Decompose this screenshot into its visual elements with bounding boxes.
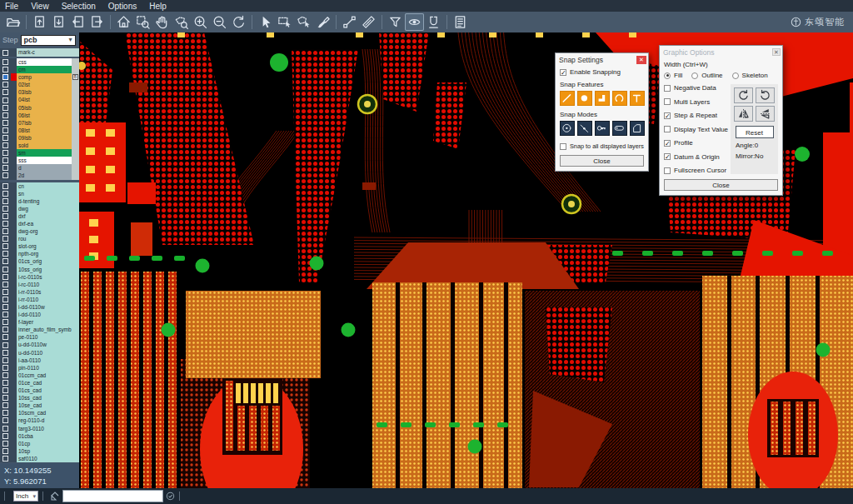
- close-icon[interactable]: ✕: [636, 56, 646, 64]
- layer-row-01cp[interactable]: 01cp: [0, 440, 79, 447]
- layer-scrollbar[interactable]: [72, 164, 79, 172]
- layer-visibility-cell[interactable]: [0, 220, 11, 227]
- page-import-button[interactable]: [30, 13, 49, 31]
- zoom-area-button[interactable]: [172, 13, 191, 31]
- layer-row-10ss_cad[interactable]: 10ss_cad: [0, 394, 79, 402]
- checkbox-negative-data[interactable]: Negative Data: [664, 84, 731, 92]
- layer-visibility-cell[interactable]: [0, 303, 11, 311]
- layer-row-07lsb[interactable]: 07lsb: [0, 119, 79, 127]
- layer-row-09lsb[interactable]: 09lsb: [0, 134, 79, 142]
- layer-row-sm[interactable]: sm: [0, 149, 79, 157]
- menu-selection[interactable]: Selection: [62, 2, 96, 11]
- ruler-button[interactable]: [359, 13, 378, 31]
- filter-button[interactable]: [386, 13, 405, 31]
- layer-row-pin-0110[interactable]: pin-0110: [0, 364, 79, 372]
- layer-row-01cs_cad[interactable]: 01cs_cad: [0, 387, 79, 394]
- layer-scrollbar[interactable]: [72, 172, 79, 179]
- layer-visibility-cell[interactable]: [0, 157, 11, 164]
- step-dropdown[interactable]: pcb ▾: [21, 35, 76, 46]
- layer-row-05lsb[interactable]: 05lsb: [0, 104, 79, 112]
- layer-visibility-cell[interactable]: [0, 341, 11, 348]
- layer-visibility-cell[interactable]: [0, 142, 11, 149]
- layer-visibility-cell[interactable]: [0, 164, 11, 172]
- layer-visibility-cell[interactable]: [0, 455, 11, 462]
- layer-scrollbar[interactable]: [72, 96, 79, 103]
- layer-row-comp[interactable]: compB: [0, 73, 79, 81]
- layer-visibility-cell[interactable]: [0, 333, 11, 341]
- menu-help[interactable]: Help: [149, 2, 167, 11]
- layer-visibility-cell[interactable]: [0, 281, 11, 288]
- layer-visibility-cell[interactable]: [0, 357, 11, 364]
- layer-visibility-cell[interactable]: [0, 48, 11, 57]
- layer-visibility-cell[interactable]: [0, 96, 11, 103]
- layer-row-08lst[interactable]: 08lst: [0, 127, 79, 134]
- layer-visibility-cell[interactable]: [0, 112, 11, 119]
- open-folder-button[interactable]: [3, 13, 22, 31]
- layer-visibility-cell[interactable]: [0, 394, 11, 402]
- snap-line-button[interactable]: [560, 91, 575, 106]
- profile-corner-icon[interactable]: [50, 492, 60, 502]
- mode-key-button[interactable]: [595, 121, 610, 136]
- checkbox-datum-origin[interactable]: ✓Datum & Origin: [664, 153, 731, 161]
- mirror-v-button[interactable]: [756, 106, 775, 122]
- layer-row-01ce_cad[interactable]: 01ce_cad: [0, 379, 79, 387]
- layer-scrollbar[interactable]: [72, 142, 79, 149]
- layer-row-02lst[interactable]: 02lst: [0, 81, 79, 88]
- layer-row-rou[interactable]: rou: [0, 235, 79, 242]
- radio-skeleton[interactable]: Skeleton: [732, 72, 768, 79]
- page-forward-button[interactable]: [87, 13, 107, 31]
- layer-row-i-rc-0110[interactable]: i-rc-0110: [0, 281, 79, 288]
- layer-visibility-cell[interactable]: [0, 379, 11, 387]
- layer-row-npth-org[interactable]: npth-org: [0, 250, 79, 257]
- layer-visibility-cell[interactable]: [0, 250, 11, 257]
- mode-edge-point-button[interactable]: [577, 121, 592, 136]
- layer-scrollbar[interactable]: B: [72, 73, 79, 81]
- layer-row-d[interactable]: d: [0, 164, 79, 172]
- layer-visibility-cell[interactable]: [0, 296, 11, 303]
- layer-row-01cba[interactable]: 01cba: [0, 432, 79, 440]
- layer-row-10sp[interactable]: 10sp: [0, 447, 79, 455]
- layer-row-03lsb[interactable]: 03lsb: [0, 88, 79, 96]
- page-back-button[interactable]: [68, 13, 87, 31]
- layer-visibility-cell[interactable]: [0, 88, 11, 96]
- graphic-close-button[interactable]: Close: [664, 179, 778, 191]
- layer-scrollbar[interactable]: [72, 157, 79, 164]
- measure-line-button[interactable]: [340, 13, 359, 31]
- layer-row-04lst[interactable]: 04lst: [0, 96, 79, 103]
- layer-scrollbar[interactable]: [72, 88, 79, 96]
- layer-visibility-cell[interactable]: [0, 318, 11, 326]
- layer-row-i-dd-0110[interactable]: i-dd-0110: [0, 311, 79, 318]
- layer-visibility-cell[interactable]: [0, 447, 11, 455]
- select-arrow-button[interactable]: [256, 13, 275, 31]
- pan-hand-button[interactable]: [152, 13, 172, 31]
- layer-visibility-cell[interactable]: [0, 409, 11, 417]
- layer-scrollbar[interactable]: [72, 127, 79, 134]
- snap-arc-button[interactable]: [612, 91, 627, 106]
- layer-row-06lst[interactable]: 06lst: [0, 112, 79, 119]
- rotate-ccw-button[interactable]: [756, 87, 775, 103]
- layer-row-u-dd-0110w[interactable]: u-dd-0110w: [0, 341, 79, 348]
- layer-scrollbar[interactable]: [72, 134, 79, 142]
- snap-pad-button[interactable]: [577, 91, 592, 106]
- layer-row-i-rr-0110[interactable]: i-rr-0110: [0, 296, 79, 303]
- layer-row-f-layer[interactable]: f-layer: [0, 318, 79, 326]
- layer-visibility-cell[interactable]: [0, 372, 11, 379]
- layer-visibility-cell[interactable]: [0, 134, 11, 142]
- layer-row-cn[interactable]: cn: [0, 182, 79, 190]
- layer-visibility-cell[interactable]: [0, 190, 11, 197]
- layer-row-targ3-0110[interactable]: targ3-0110: [0, 425, 79, 432]
- layer-row-i-aa-0110[interactable]: i-aa-0110: [0, 357, 79, 364]
- snap-all-layers-checkbox[interactable]: Snap to all displayed layers: [560, 142, 644, 150]
- layer-visibility-cell[interactable]: [0, 273, 11, 281]
- layer-row-dxf[interactable]: dxf: [0, 212, 79, 220]
- brush-button[interactable]: [313, 13, 332, 31]
- snap-corner-button[interactable]: [595, 91, 610, 106]
- layer-visibility-cell[interactable]: [0, 326, 11, 333]
- layer-visibility-cell[interactable]: [0, 212, 11, 220]
- layer-visibility-cell[interactable]: [0, 127, 11, 134]
- reset-button[interactable]: Reset: [736, 126, 774, 138]
- layer-row-pe-0110[interactable]: pe-0110: [0, 333, 79, 341]
- checkbox-fullscreen-cursor[interactable]: Fullscreen Cursor: [664, 167, 731, 174]
- layer-visibility-cell[interactable]: [0, 235, 11, 242]
- layer-row-reg-0110-d[interactable]: reg-0110-d: [0, 417, 79, 424]
